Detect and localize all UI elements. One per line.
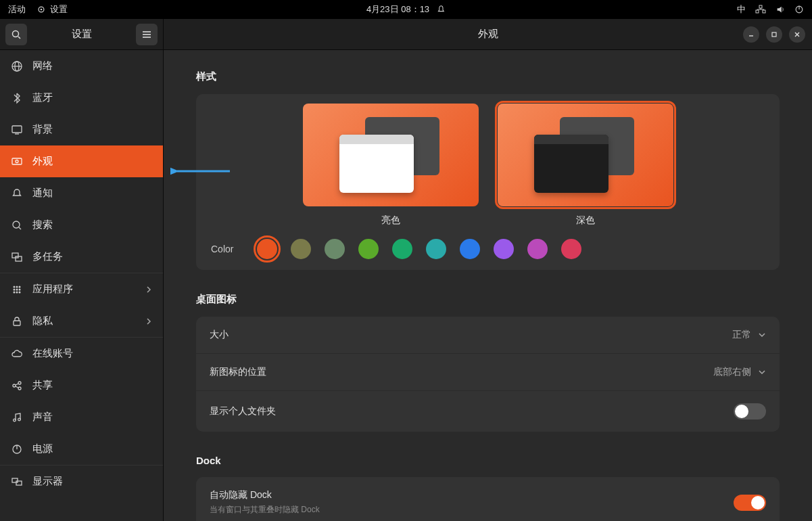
color-swatch-7[interactable]: [494, 239, 514, 259]
row-icon-size-value: 正常: [732, 329, 751, 341]
bluetooth-icon: [11, 92, 23, 104]
toggle-show-home[interactable]: [734, 403, 766, 420]
sidebar-item-label: 外观: [32, 155, 53, 168]
close-button[interactable]: [789, 26, 805, 43]
sidebar-item-power[interactable]: 电源: [0, 433, 163, 465]
section-title-style: 样式: [196, 70, 780, 83]
color-swatch-9[interactable]: [561, 239, 581, 259]
color-swatch-1[interactable]: [291, 239, 311, 259]
color-swatch-4[interactable]: [392, 239, 412, 259]
app-menu[interactable]: 设置: [37, 3, 68, 16]
activities-button[interactable]: 活动: [8, 3, 26, 16]
top-bar: 活动 设置 4月23日 08：13 中: [0, 0, 812, 19]
sidebar-item-monitor[interactable]: 背景: [0, 114, 163, 145]
sidebar-item-bell[interactable]: 通知: [0, 177, 163, 209]
svg-point-37: [13, 384, 16, 387]
svg-point-33: [14, 291, 16, 293]
toggle-auto-hide-dock[interactable]: [734, 495, 766, 511]
search-button[interactable]: [5, 24, 27, 45]
svg-point-28: [16, 286, 18, 288]
maximize-button[interactable]: [766, 26, 782, 43]
sidebar-item-label: 电源: [32, 443, 53, 455]
sidebar-item-label: 蓝牙: [32, 91, 53, 104]
sidebar-title: 设置: [32, 28, 130, 41]
display-icon: [11, 156, 23, 168]
svg-rect-47: [16, 481, 22, 485]
style-dark-label: 深色: [576, 214, 595, 227]
dock-block: 自动隐藏 Dock 当有窗口与其重叠时隐藏 Dock: [196, 477, 780, 521]
svg-point-7: [13, 30, 19, 37]
sidebar-item-music[interactable]: 声音: [0, 401, 163, 433]
sidebar: 网络蓝牙背景外观通知搜索多任务应用程序隐私在线账号共享声音电源显示器: [0, 50, 164, 521]
svg-point-39: [18, 387, 21, 390]
share-icon: [11, 380, 23, 392]
svg-point-31: [16, 288, 18, 290]
sidebar-item-cloud[interactable]: 在线账号: [0, 337, 163, 369]
chevron-right-icon: [145, 317, 152, 325]
row-icon-size[interactable]: 大小 正常: [196, 317, 780, 354]
apps-icon: [11, 284, 23, 296]
svg-point-1: [41, 9, 43, 11]
svg-rect-21: [12, 158, 22, 164]
minimize-button[interactable]: [743, 26, 759, 43]
power-icon[interactable]: [794, 5, 804, 14]
lock-icon: [11, 315, 23, 327]
style-option-dark[interactable]: 深色: [498, 104, 673, 227]
search-icon: [11, 219, 23, 231]
bell-icon: [11, 187, 23, 200]
minimize-icon: [748, 31, 755, 38]
row-icon-position-label: 新图标的位置: [210, 366, 266, 378]
sidebar-item-share[interactable]: 共享: [0, 369, 163, 401]
sidebar-item-label: 在线账号: [32, 347, 73, 360]
color-swatch-0[interactable]: [257, 239, 277, 259]
window-header: 设置 外观: [0, 19, 812, 50]
row-auto-hide-sub: 当有窗口与其重叠时隐藏 Dock: [210, 504, 320, 516]
svg-rect-46: [12, 478, 18, 482]
sidebar-item-displays[interactable]: 显示器: [0, 465, 163, 497]
sidebar-item-globe[interactable]: 网络: [0, 50, 163, 82]
row-auto-hide-dock: 自动隐藏 Dock 当有窗口与其重叠时隐藏 Dock: [196, 477, 780, 521]
svg-line-8: [18, 37, 20, 39]
hamburger-icon: [142, 30, 151, 39]
svg-point-38: [18, 382, 21, 384]
gear-icon: [37, 5, 46, 14]
color-swatch-3[interactable]: [358, 239, 379, 259]
main-header: 外观: [164, 19, 812, 49]
sidebar-item-label: 网络: [32, 60, 53, 72]
color-swatch-5[interactable]: [426, 239, 446, 259]
svg-rect-19: [12, 126, 22, 133]
svg-point-32: [19, 288, 21, 290]
chevron-right-icon: [145, 286, 152, 294]
notification-icon[interactable]: [436, 5, 446, 14]
color-swatch-8[interactable]: [527, 239, 548, 259]
sidebar-item-bluetooth[interactable]: 蓝牙: [0, 82, 163, 114]
svg-point-34: [16, 291, 18, 293]
style-option-light[interactable]: 亮色: [303, 104, 479, 227]
color-swatch-2[interactable]: [325, 239, 345, 259]
volume-icon[interactable]: [775, 5, 785, 14]
hamburger-button[interactable]: [136, 24, 158, 45]
color-swatch-6[interactable]: [460, 239, 480, 259]
svg-line-40: [16, 384, 18, 385]
row-icon-position[interactable]: 新图标的位置 底部右侧: [196, 354, 780, 391]
sidebar-item-multitask[interactable]: 多任务: [0, 241, 163, 273]
ime-indicator[interactable]: 中: [737, 3, 746, 16]
row-show-home-label: 显示个人文件夹: [210, 405, 276, 417]
network-icon[interactable]: [755, 5, 766, 14]
maximize-icon: [771, 31, 778, 38]
displays-icon: [11, 476, 23, 488]
sidebar-item-lock[interactable]: 隐私: [0, 305, 163, 337]
sidebar-item-label: 多任务: [32, 250, 63, 263]
color-row: Color: [210, 236, 766, 262]
color-label: Color: [211, 244, 245, 254]
page-title: 外观: [478, 28, 498, 41]
sidebar-item-search[interactable]: 搜索: [0, 209, 163, 241]
sidebar-item-apps[interactable]: 应用程序: [0, 273, 163, 305]
sidebar-item-display[interactable]: 外观: [0, 145, 163, 177]
clock[interactable]: 4月23日 08：13: [366, 3, 429, 16]
chevron-down-icon: [758, 331, 766, 339]
sidebar-item-label: 显示器: [32, 475, 63, 488]
svg-rect-36: [14, 321, 20, 325]
svg-point-43: [18, 418, 21, 421]
svg-line-41: [16, 386, 18, 388]
